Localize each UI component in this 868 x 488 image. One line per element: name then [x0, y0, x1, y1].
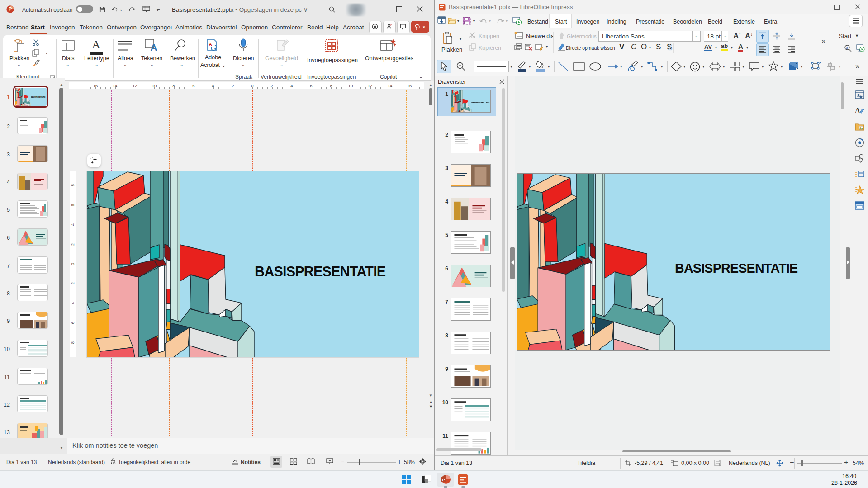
- svg-text:BASISPRESENTATIE: BASISPRESENTATIE: [471, 101, 489, 104]
- svg-text:a: a: [846, 46, 848, 49]
- svg-text:A: A: [855, 107, 860, 114]
- svg-text:A: A: [150, 42, 157, 52]
- svg-text:A: A: [209, 42, 212, 47]
- svg-text:BASISPRESENTATIE: BASISPRESENTATIE: [31, 96, 46, 98]
- svg-text:P: P: [442, 477, 446, 482]
- svg-text:P: P: [9, 6, 12, 12]
